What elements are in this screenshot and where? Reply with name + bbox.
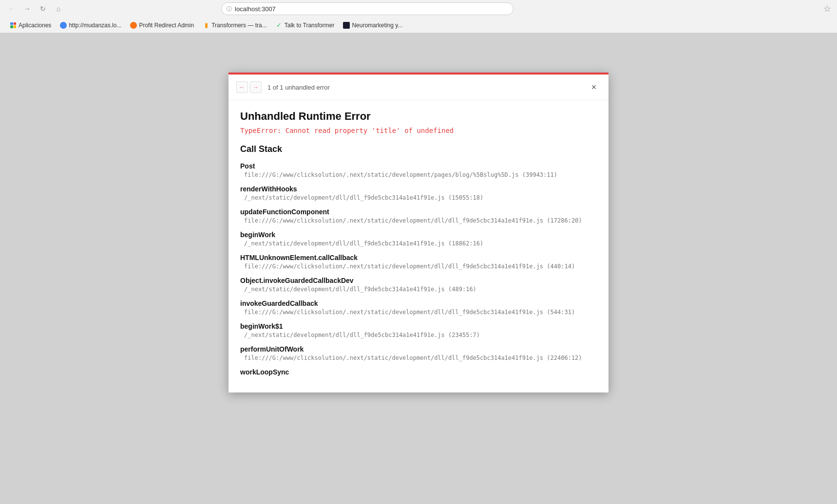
- bookmark-transformers[interactable]: ▮ Transformers — tra...: [199, 20, 271, 30]
- stack-fn-name: HTMLUnknownElement.callCallback: [240, 254, 597, 261]
- stack-entry: beginWork$1/_next/static/development/dll…: [240, 322, 597, 338]
- stack-fn-name: invokeGuardedCallback: [240, 299, 597, 307]
- stack-fn-name: beginWork$1: [240, 322, 597, 330]
- stack-fn-name: beginWork: [240, 231, 597, 239]
- stack-file-path: file:///G:/www/clicksolution/.next/stati…: [240, 171, 597, 178]
- url-text: localhost:3007: [235, 5, 276, 13]
- stack-file-path: file:///G:/www/clicksolution/.next/stati…: [240, 355, 597, 361]
- bookmark-mudanzas[interactable]: http://mudanzas.lo...: [56, 20, 125, 30]
- stack-file-path: /_next/static/development/dll/dll_f9de5c…: [240, 194, 597, 201]
- stack-entry: beginWork/_next/static/development/dll/d…: [240, 231, 597, 247]
- mudanzas-favicon: [60, 22, 67, 29]
- stack-entry: Postfile:///G:/www/clicksolution/.next/s…: [240, 162, 597, 178]
- page-background: ← → 1 of 1 unhandled error × Unhandled R…: [0, 34, 837, 501]
- bookmark-apps-label: Aplicaciones: [19, 22, 51, 29]
- stack-file-path: /_next/static/development/dll/dll_f9de5c…: [240, 332, 597, 338]
- bookmark-profit[interactable]: Profit Redirect Admin: [126, 20, 198, 30]
- bookmark-mudanzas-label: http://mudanzas.lo...: [69, 22, 121, 29]
- transformers-favicon: ▮: [203, 22, 209, 29]
- call-stack-title: Call Stack: [240, 144, 597, 154]
- bookmark-talk-transformer[interactable]: ✓ Talk to Transformer: [272, 20, 339, 30]
- modal-header: ← → 1 of 1 unhandled error ×: [228, 75, 609, 100]
- stack-entry: workLoopSync: [240, 368, 597, 376]
- error-next-button[interactable]: →: [250, 81, 262, 93]
- stack-file-path: file:///G:/www/clicksolution/.next/stati…: [240, 263, 597, 270]
- browser-chrome: ← → ↻ ⌂ ⓘ localhost:3007 ☆ Aplicaciones: [0, 0, 837, 34]
- stack-file-path: file:///G:/www/clicksolution/.next/stati…: [240, 309, 597, 316]
- bookmark-talk-transformer-label: Talk to Transformer: [285, 22, 335, 29]
- error-modal: ← → 1 of 1 unhandled error × Unhandled R…: [228, 73, 609, 392]
- stack-file-path: /_next/static/development/dll/dll_f9de5c…: [240, 240, 597, 247]
- talk-transformer-favicon: ✓: [276, 22, 283, 29]
- apps-favicon: [10, 22, 17, 29]
- error-prev-button[interactable]: ←: [236, 81, 248, 93]
- stack-fn-name: updateFunctionComponent: [240, 208, 597, 216]
- stack-fn-name: Object.invokeGuardedCallbackDev: [240, 277, 597, 284]
- bookmark-star-icon[interactable]: ☆: [823, 3, 831, 14]
- bookmark-transformers-label: Transformers — tra...: [211, 22, 267, 29]
- bookmark-apps[interactable]: Aplicaciones: [6, 20, 55, 30]
- stack-entry: performUnitOfWorkfile:///G:/www/clicksol…: [240, 345, 597, 361]
- bookmarks-bar: Aplicaciones http://mudanzas.lo... Profi…: [0, 18, 837, 33]
- error-message: TypeError: Cannot read property 'title' …: [240, 127, 597, 134]
- modal-close-button[interactable]: ×: [587, 80, 601, 94]
- back-button[interactable]: ←: [6, 3, 18, 15]
- stack-entry: updateFunctionComponentfile:///G:/www/cl…: [240, 208, 597, 224]
- error-counter: 1 of 1 unhandled error: [267, 84, 587, 91]
- stack-fn-name: Post: [240, 162, 597, 170]
- modal-content[interactable]: Unhandled Runtime Error TypeError: Canno…: [228, 100, 609, 392]
- bookmark-neuromarketing[interactable]: Neuromarketing y...: [339, 20, 406, 30]
- neuromarketing-favicon: [343, 22, 350, 29]
- error-nav-arrows: ← →: [236, 81, 262, 93]
- address-bar[interactable]: ⓘ localhost:3007: [221, 2, 514, 15]
- browser-toolbar: ← → ↻ ⌂ ⓘ localhost:3007 ☆: [0, 0, 837, 18]
- home-button[interactable]: ⌂: [53, 3, 64, 15]
- stack-entry: renderWithHooks/_next/static/development…: [240, 185, 597, 201]
- profit-favicon: [130, 22, 137, 29]
- stack-entry: Object.invokeGuardedCallbackDev/_next/st…: [240, 277, 597, 293]
- error-title: Unhandled Runtime Error: [240, 110, 597, 123]
- bookmark-neuromarketing-label: Neuromarketing y...: [352, 22, 402, 29]
- stack-fn-name: renderWithHooks: [240, 185, 597, 193]
- stack-entry: HTMLUnknownElement.callCallbackfile:///G…: [240, 254, 597, 270]
- call-stack-list: Postfile:///G:/www/clicksolution/.next/s…: [240, 162, 597, 376]
- stack-fn-name: workLoopSync: [240, 368, 597, 376]
- stack-fn-name: performUnitOfWork: [240, 345, 597, 353]
- forward-button[interactable]: →: [21, 3, 33, 15]
- reload-button[interactable]: ↻: [37, 3, 49, 15]
- stack-file-path: file:///G:/www/clicksolution/.next/stati…: [240, 217, 597, 224]
- lock-icon: ⓘ: [227, 5, 232, 13]
- stack-entry: invokeGuardedCallbackfile:///G:/www/clic…: [240, 299, 597, 316]
- stack-file-path: /_next/static/development/dll/dll_f9de5c…: [240, 286, 597, 293]
- bookmark-profit-label: Profit Redirect Admin: [139, 22, 194, 29]
